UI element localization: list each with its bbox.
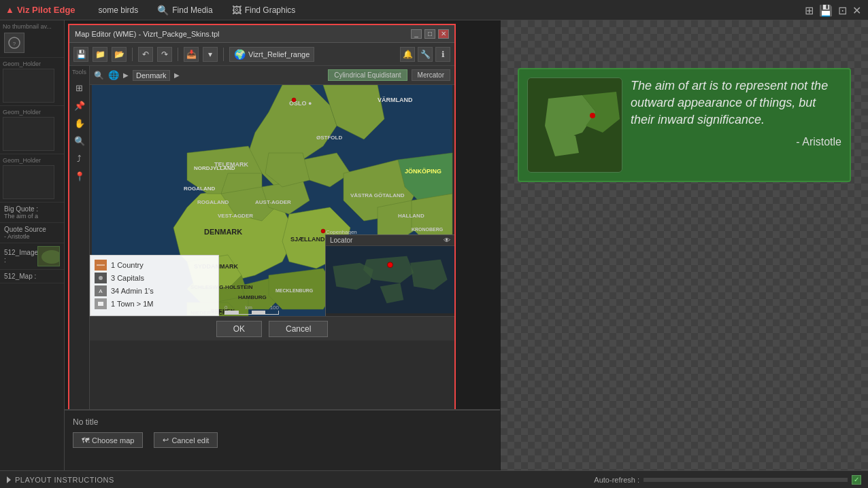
- toolbar-sep-1: [132, 48, 133, 61]
- autorefresh-area: Auto-refresh : ✓: [594, 475, 861, 485]
- map-toolbar: 💾 📁 📂 ↶ ↷ 📥 ▾ 🌍 Vizrt_Relief_range 🔔 🔧 ℹ: [69, 43, 454, 66]
- map-512-label: 512_Map :: [4, 273, 60, 280]
- save-icon[interactable]: 💾: [819, 4, 833, 17]
- left-panel-inner: No thumbnail av... ? Geom_Holder Geom_Ho…: [0, 20, 64, 488]
- import-btn[interactable]: 📥: [184, 47, 199, 62]
- svg-text:SJÆLLAND: SJÆLLAND: [290, 236, 325, 243]
- dropdown-btn[interactable]: ▾: [203, 47, 218, 62]
- scale-bar: 0 km 100: [224, 304, 279, 315]
- open-toolbar-btn[interactable]: 📂: [112, 47, 127, 62]
- find-media-button[interactable]: 🔍 Find Media: [148, 0, 222, 20]
- top-right-icons: ⊞ 💾 ⊡ ✕: [805, 0, 861, 20]
- locator-eye-icon[interactable]: 👁: [444, 237, 450, 244]
- legend-capitals-text: 3 Capitals: [111, 274, 144, 282]
- notitle-btns: 🗺 Choose map ↩ Cancel edit: [73, 432, 492, 448]
- geom-holder-4-label: Geom_Holder: [3, 157, 61, 164]
- nav-location[interactable]: Denmark: [133, 70, 170, 81]
- legend-country-text: 1 Country: [111, 261, 144, 269]
- window-controls: _ □ ✕: [411, 29, 449, 39]
- projection-cylindrical-btn[interactable]: Cylindrical Equidistant: [328, 69, 407, 81]
- path-tool[interactable]: ⤴: [71, 150, 88, 167]
- projection-mercator-btn[interactable]: Mercator: [412, 69, 450, 81]
- geom-holder-1-label: No thumbnail av...: [3, 23, 61, 30]
- settings-bell-btn[interactable]: 🔔: [400, 47, 415, 62]
- image-512-section: 512_Image :: [0, 243, 64, 270]
- nav-search-icon[interactable]: 🔍: [94, 71, 104, 80]
- layout-icon[interactable]: ⊞: [805, 4, 814, 17]
- legend-country: 1 Country: [95, 260, 214, 271]
- scale-start: 0: [224, 304, 227, 311]
- quote-source-section: Quote Source - Aristotle: [0, 223, 64, 243]
- window-minimize-btn[interactable]: _: [411, 29, 422, 39]
- svg-point-26: [292, 98, 296, 102]
- autorefresh-checkbox[interactable]: ✓: [852, 475, 861, 485]
- map-512-section: 512_Map :: [0, 270, 64, 283]
- locator-title: Locator: [330, 237, 352, 244]
- minimize-icon[interactable]: ⊡: [838, 4, 847, 17]
- window-maximize-btn[interactable]: □: [424, 29, 435, 39]
- legend-admin-text: 34 Admin 1's: [111, 287, 154, 295]
- svg-rect-38: [98, 302, 103, 306]
- svg-text:HALLAND: HALLAND: [398, 213, 424, 219]
- window-close-btn[interactable]: ✕: [438, 29, 449, 39]
- settings-wrench-btn[interactable]: 🔧: [418, 47, 433, 62]
- layers-tool[interactable]: ⊞: [71, 80, 88, 96]
- find-media-icon: 🔍: [157, 5, 169, 16]
- svg-point-30: [388, 262, 393, 268]
- info-btn[interactable]: ℹ: [435, 47, 450, 62]
- playout-label: PLAYOUT INSTRUCTIONS: [15, 476, 114, 484]
- map-editor-titlebar: Map Editor (WME) - Vizrt_Packge_Skins.tp…: [69, 25, 454, 43]
- image-512-label: 512_Image :: [4, 249, 35, 264]
- big-quote-value: The aim of a: [4, 213, 60, 220]
- pin-tool[interactable]: 📌: [71, 97, 88, 114]
- zoom-tool[interactable]: 🔍: [71, 133, 88, 149]
- map-name-badge: 🌍 Vizrt_Relief_range: [229, 47, 314, 62]
- app-logo: ▲ Viz Pilot Edge: [5, 5, 76, 15]
- marker-tool[interactable]: 📍: [71, 168, 88, 184]
- autorefresh-progress-bar: [644, 478, 848, 482]
- map-ok-button[interactable]: OK: [216, 321, 262, 337]
- close-icon[interactable]: ✕: [852, 4, 861, 17]
- big-quote-section: Big Quote : The aim of a: [0, 203, 64, 223]
- legend-admin: A 34 Admin 1's: [95, 285, 214, 296]
- geom-holder-3: Geom_Holder: [0, 106, 64, 154]
- svg-text:HAMBURG: HAMBURG: [238, 294, 267, 300]
- quote-text: The aim of art is to represent not the o…: [631, 77, 841, 129]
- save-toolbar-btn[interactable]: 💾: [73, 47, 88, 62]
- geom-holder-1: No thumbnail av... ?: [0, 20, 64, 58]
- playout-triangle-icon: [7, 476, 11, 483]
- app-name: Viz Pilot Edge: [17, 5, 76, 15]
- main-layout: No thumbnail av... ? Geom_Holder Geom_Ho…: [0, 20, 868, 488]
- map-svg-container: OSLO ● VÄRMLAND ØSTFOLD VÄSTRA GÖTALAND …: [90, 85, 454, 316]
- svg-text:VÄRMLAND: VÄRMLAND: [378, 97, 413, 103]
- hand-tool[interactable]: ✋: [71, 115, 88, 131]
- undo-btn[interactable]: ↶: [138, 47, 153, 62]
- svg-text:JÖNKÖPING: JÖNKÖPING: [405, 168, 441, 175]
- choose-map-icon: 🗺: [82, 436, 89, 445]
- cancel-edit-btn[interactable]: ↩ Cancel edit: [154, 432, 218, 448]
- cancel-edit-icon: ↩: [163, 436, 169, 445]
- cancel-edit-label: Cancel edit: [171, 436, 209, 445]
- legend-town: 1 Town > 1M: [95, 298, 214, 309]
- svg-text:VEST-AGDER: VEST-AGDER: [218, 213, 253, 219]
- big-quote-label: Big Quote :: [4, 205, 60, 213]
- redo-btn[interactable]: ↷: [157, 47, 172, 62]
- choose-map-btn[interactable]: 🗺 Choose map: [73, 432, 143, 448]
- playout-bar: PLAYOUT INSTRUCTIONS Auto-refresh : ✓: [0, 470, 868, 488]
- some-birds-button[interactable]: some birds: [89, 0, 148, 20]
- locator-svg: [326, 246, 454, 313]
- map-name-text: Vizrt_Relief_range: [248, 50, 310, 58]
- nav-arrow-1: ▶: [123, 71, 129, 79]
- geom-thumb-3: [3, 117, 54, 151]
- svg-text:ROGALAND: ROGALAND: [184, 186, 215, 192]
- map-cancel-button[interactable]: Cancel: [269, 321, 328, 337]
- folder-toolbar-btn[interactable]: 📁: [93, 47, 107, 62]
- find-graphics-button[interactable]: 🖼 Find Graphics: [222, 0, 305, 20]
- map-canvas-area[interactable]: 🔍 🌐 ▶ Denmark ▶ Cylindrical Equidistant …: [90, 66, 454, 430]
- svg-point-34: [99, 276, 103, 280]
- quote-content: The aim of art is to represent not the o…: [527, 77, 841, 173]
- layer-legend: 1 Country 3 Capitals A: [90, 255, 219, 316]
- quote-map-thumb: [527, 77, 622, 173]
- quote-attribution: - Aristotle: [631, 136, 841, 148]
- find-graphics-label: Find Graphics: [245, 5, 296, 15]
